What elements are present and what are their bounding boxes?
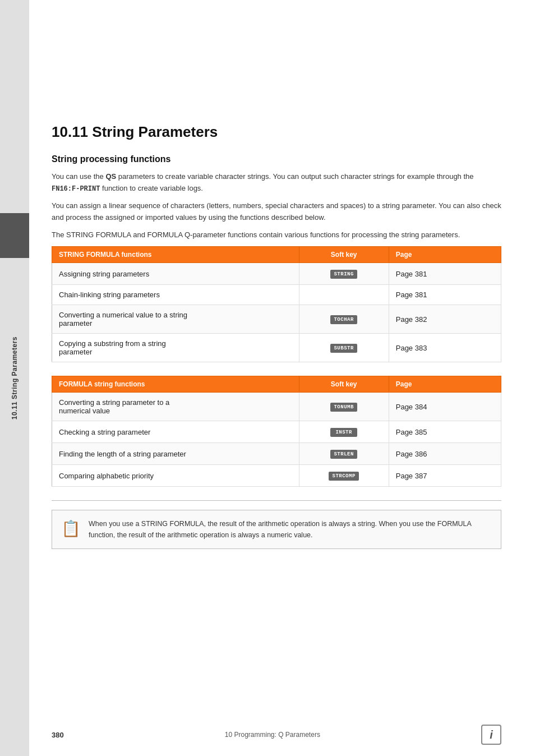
intro-text-3: The STRING FORMULA and FORMULA Q-paramet… (52, 229, 501, 241)
footer-info-badge: i (481, 725, 501, 745)
table2-header-col2: Soft key (299, 376, 389, 393)
softkey-string: STRING (330, 270, 357, 279)
sidebar: 10.11 String Parameters (0, 0, 29, 756)
row1-page: Page 381 (389, 263, 501, 285)
row4-page: Page 383 (389, 334, 501, 362)
footer-page-number: 380 (52, 731, 64, 739)
row8-label: Comparing alphabetic priority (52, 465, 299, 487)
table-row: Finding the length of a string parameter… (52, 443, 501, 465)
softkey-strcomp: STRCOMP (329, 472, 358, 481)
row3-softkey: TOCHAR (299, 305, 389, 334)
intro-text-2: You can assign a linear sequence of char… (52, 200, 501, 224)
row8-page: Page 387 (389, 465, 501, 487)
formula-string-table: FORMULA string functions Soft key Page C… (52, 376, 501, 487)
row6-softkey: INSTR (299, 421, 389, 443)
softkey-substr: SUBSTR (330, 344, 357, 353)
table1-header-col1: STRING FORMULA functions (52, 247, 299, 263)
footer-chapter-label: 10 Programming: Q Parameters (225, 731, 320, 739)
footer: 380 10 Programming: Q Parameters i (29, 725, 535, 745)
row2-page: Page 381 (389, 285, 501, 305)
row1-softkey: STRING (299, 263, 389, 285)
sidebar-accent (0, 213, 29, 258)
info-icon: i (490, 729, 493, 741)
sidebar-label: 10.11 String Parameters (11, 336, 19, 420)
row3-page: Page 382 (389, 305, 501, 334)
row3-label: Converting a numerical value to a string… (52, 305, 299, 334)
row7-label: Finding the length of a string parameter (52, 443, 299, 465)
note-box: 📋 When you use a STRING FORMULA, the res… (52, 510, 501, 549)
row4-softkey: SUBSTR (299, 334, 389, 362)
row7-softkey: STRLEN (299, 443, 389, 465)
main-content: 10.11 String Parameters String processin… (29, 0, 535, 571)
row1-label: Assigning string parameters (52, 263, 299, 285)
row5-softkey: TONUMB (299, 393, 389, 421)
page-title: 10.11 String Parameters (52, 123, 501, 141)
row7-page: Page 386 (389, 443, 501, 465)
row4-label: Copying a substring from a stringparamet… (52, 334, 299, 362)
row5-page: Page 384 (389, 393, 501, 421)
row6-page: Page 385 (389, 421, 501, 443)
row5-label: Converting a string parameter to anumeri… (52, 393, 299, 421)
row8-softkey: STRCOMP (299, 465, 389, 487)
table-row: Copying a substring from a stringparamet… (52, 334, 501, 362)
table-row: Chain-linking string parameters Page 381 (52, 285, 501, 305)
table-row: Assigning string parameters STRING Page … (52, 263, 501, 285)
string-formula-table: STRING FORMULA functions Soft key Page A… (52, 246, 501, 362)
table1-header-col3: Page (389, 247, 501, 263)
table2-header-col3: Page (389, 376, 501, 393)
table-row: Checking a string parameter INSTR Page 3… (52, 421, 501, 443)
table-row: Converting a numerical value to a string… (52, 305, 501, 334)
softkey-tochar: TOCHAR (330, 315, 357, 324)
row2-softkey (299, 285, 389, 305)
table-row: Converting a string parameter to anumeri… (52, 393, 501, 421)
softkey-tonumb: TONUMB (330, 403, 357, 412)
section1-title: String processing functions (52, 154, 501, 164)
table2-header-col1: FORMULA string functions (52, 376, 299, 393)
row2-label: Chain-linking string parameters (52, 285, 299, 305)
divider (52, 500, 501, 501)
table1-header-col2: Soft key (299, 247, 389, 263)
intro-text-1: You can use the QS parameters to create … (52, 171, 501, 195)
note-icon: 📋 (61, 519, 81, 538)
row6-label: Checking a string parameter (52, 421, 299, 443)
softkey-instr: INSTR (330, 428, 357, 437)
softkey-strlen: STRLEN (330, 450, 357, 459)
table-row: Comparing alphabetic priority STRCOMP Pa… (52, 465, 501, 487)
note-text: When you use a STRING FORMULA, the resul… (89, 518, 492, 541)
